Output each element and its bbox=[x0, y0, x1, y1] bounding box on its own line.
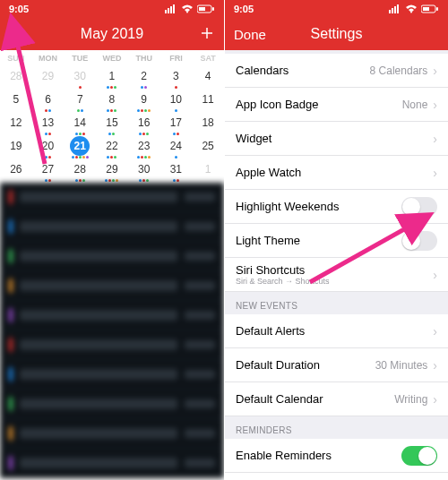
calendar-day[interactable]: 15 bbox=[96, 113, 128, 136]
calendar-day[interactable]: 4 bbox=[192, 66, 224, 90]
event-row[interactable] bbox=[0, 419, 224, 449]
row-label: Default Calendar bbox=[236, 392, 323, 406]
svg-point-12 bbox=[410, 12, 412, 13]
toggle-switch[interactable] bbox=[401, 446, 437, 466]
toggle-switch[interactable] bbox=[401, 197, 437, 217]
event-list-blurred bbox=[0, 183, 224, 478]
calendar-day[interactable]: 26 bbox=[0, 159, 32, 183]
settings-gear-button[interactable] bbox=[9, 25, 39, 44]
calendar-day[interactable]: 9 bbox=[128, 90, 160, 113]
chevron-right-icon: › bbox=[433, 392, 437, 407]
row-label: Widget bbox=[236, 132, 271, 145]
svg-point-4 bbox=[186, 12, 188, 13]
calendar-day[interactable]: 28 bbox=[64, 159, 96, 183]
calendar-day[interactable]: 21 bbox=[64, 136, 96, 159]
calendar-day[interactable]: 14 bbox=[64, 113, 96, 136]
calendar-day[interactable]: 16 bbox=[128, 113, 160, 136]
chevron-right-icon: › bbox=[433, 64, 437, 78]
status-bar: 9:05 bbox=[0, 0, 224, 18]
calendar-day[interactable]: 13 bbox=[32, 113, 65, 136]
calendar-day[interactable]: 23 bbox=[128, 136, 160, 159]
row-label: Default Duration bbox=[236, 358, 320, 372]
settings-row-light-theme[interactable]: Light Theme bbox=[225, 224, 448, 258]
status-time: 9:05 bbox=[234, 4, 254, 14]
event-row[interactable] bbox=[0, 301, 224, 330]
calendar-day[interactable]: 29 bbox=[96, 159, 128, 183]
calendar-day[interactable]: 1 bbox=[192, 159, 224, 183]
event-row[interactable] bbox=[0, 390, 224, 419]
calendar-day[interactable]: 5 bbox=[0, 90, 32, 113]
row-subtext: Siri & Search → Shortcuts bbox=[236, 278, 330, 286]
event-row[interactable] bbox=[0, 271, 224, 301]
calendar-day[interactable]: 27 bbox=[32, 159, 65, 183]
svg-rect-9 bbox=[392, 8, 393, 13]
event-row[interactable] bbox=[0, 212, 224, 242]
section-header-new-events: NEW EVENTS bbox=[225, 292, 448, 314]
calendar-day[interactable]: 8 bbox=[96, 90, 128, 113]
calendar-day[interactable]: 19 bbox=[0, 136, 32, 159]
row-label: Light Theme bbox=[236, 234, 300, 247]
event-row[interactable] bbox=[0, 449, 224, 478]
svg-rect-14 bbox=[423, 7, 429, 11]
settings-row-widget[interactable]: Widget› bbox=[225, 122, 448, 156]
status-icons bbox=[389, 4, 439, 13]
calendar-day[interactable]: 22 bbox=[96, 136, 128, 159]
calendar-day[interactable]: 30 bbox=[64, 66, 96, 90]
row-value: None bbox=[402, 99, 428, 111]
settings-row-highlight-weekends[interactable]: Highlight Weekends bbox=[225, 190, 448, 224]
calendar-day[interactable]: 3 bbox=[160, 66, 193, 90]
calendar-day[interactable]: 29 bbox=[32, 66, 65, 90]
settings-row-app-icon-badge[interactable]: App Icon BadgeNone› bbox=[225, 88, 448, 122]
settings-row-default-alerts[interactable]: Default Alerts› bbox=[225, 314, 448, 348]
add-event-button[interactable] bbox=[185, 25, 215, 44]
row-label: Siri ShortcutsSiri & Search → Shortcuts bbox=[236, 264, 330, 286]
done-button[interactable]: Done bbox=[234, 27, 279, 42]
chevron-right-icon: › bbox=[433, 98, 437, 112]
calendar-day[interactable]: 6 bbox=[32, 90, 65, 113]
event-row[interactable] bbox=[0, 330, 224, 360]
calendar-day[interactable]: 24 bbox=[160, 136, 193, 159]
status-time: 9:05 bbox=[9, 4, 29, 14]
status-bar: 9:05 bbox=[225, 0, 448, 18]
calendar-day[interactable]: 10 bbox=[160, 90, 193, 113]
svg-rect-2 bbox=[170, 6, 172, 13]
calendar-day[interactable]: 31 bbox=[160, 159, 193, 183]
calendar-day[interactable]: 20 bbox=[32, 136, 65, 159]
calendar-day[interactable]: 2 bbox=[128, 66, 160, 90]
chevron-right-icon: › bbox=[433, 268, 437, 282]
settings-list[interactable]: Calendars8 Calendars›App Icon BadgeNone›… bbox=[225, 50, 448, 480]
calendar-day[interactable]: 30 bbox=[128, 159, 160, 183]
svg-rect-11 bbox=[397, 4, 399, 13]
event-row[interactable] bbox=[0, 242, 224, 271]
svg-rect-3 bbox=[173, 4, 175, 13]
calendar-day[interactable]: 7 bbox=[64, 90, 96, 113]
calendar-day[interactable]: 25 bbox=[192, 136, 224, 159]
settings-row-default-duration[interactable]: Default Duration30 Minutes› bbox=[225, 348, 448, 382]
row-label: Default Alerts bbox=[236, 324, 305, 338]
battery-icon bbox=[421, 4, 439, 13]
row-value: 8 Calendars bbox=[370, 64, 428, 77]
signal-icon bbox=[389, 4, 401, 13]
chevron-right-icon: › bbox=[433, 324, 437, 339]
calendar-day[interactable]: 17 bbox=[160, 113, 193, 136]
settings-row-siri-shortcuts[interactable]: Siri ShortcutsSiri & Search → Shortcuts› bbox=[225, 258, 448, 292]
calendar-grid[interactable]: 2829301234567891011121314151617181920212… bbox=[0, 66, 224, 183]
settings-row-apple-watch[interactable]: Apple Watch› bbox=[225, 156, 448, 190]
calendar-day[interactable]: 1 bbox=[96, 66, 128, 90]
calendar-day[interactable]: 28 bbox=[0, 66, 32, 90]
settings-row-default-calendar[interactable]: Default CalendarWriting› bbox=[225, 382, 448, 416]
calendar-day[interactable]: 11 bbox=[192, 90, 224, 113]
calendar-day[interactable]: 12 bbox=[0, 113, 32, 136]
calendar-title[interactable]: May 2019 bbox=[39, 26, 185, 42]
calendar-day[interactable]: 18 bbox=[192, 113, 224, 136]
event-row[interactable] bbox=[0, 360, 224, 390]
svg-rect-0 bbox=[165, 10, 167, 13]
row-value: 30 Minutes bbox=[375, 359, 428, 372]
settings-row-enable-reminders[interactable]: Enable Reminders bbox=[225, 439, 448, 473]
settings-row-calendars[interactable]: Calendars8 Calendars› bbox=[225, 54, 448, 88]
chevron-right-icon: › bbox=[433, 166, 437, 180]
settings-row-show-completed-reminders[interactable]: Show Completed Reminders bbox=[225, 473, 448, 480]
svg-rect-6 bbox=[199, 7, 205, 11]
event-row[interactable] bbox=[0, 183, 224, 212]
toggle-switch[interactable] bbox=[401, 231, 437, 251]
